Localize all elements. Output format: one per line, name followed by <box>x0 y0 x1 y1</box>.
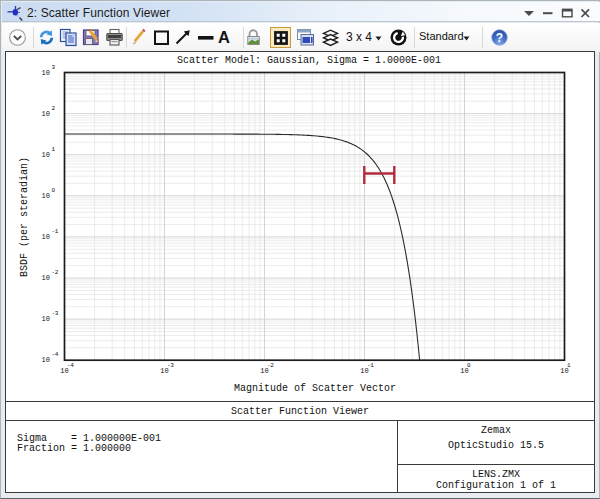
svg-text:?: ? <box>496 31 503 45</box>
